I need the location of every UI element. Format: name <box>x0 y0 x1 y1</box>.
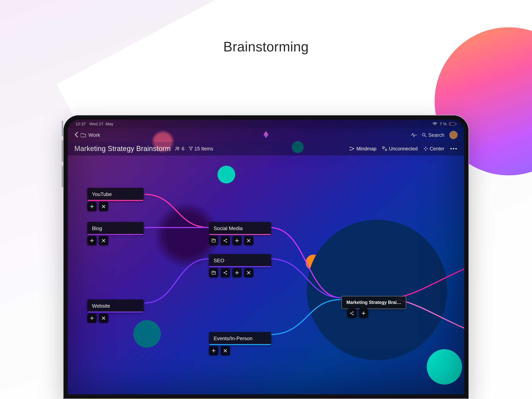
people-icon <box>175 147 180 151</box>
node-root[interactable]: Marketing Strategy Brai… <box>341 296 406 309</box>
status-bar: 12:37 Wed 27. May 7 % <box>68 120 464 128</box>
more-button[interactable]: ••• <box>450 146 458 152</box>
node-close-button[interactable] <box>99 202 108 211</box>
unconnected-icon <box>382 147 387 151</box>
node-seo[interactable]: SEO <box>209 254 271 267</box>
search-label: Search <box>428 132 444 138</box>
node-social-media[interactable]: Social Media <box>209 222 271 235</box>
svg-rect-1 <box>456 123 456 125</box>
wifi-icon <box>432 122 437 126</box>
node-events[interactable]: Events/In-Person <box>209 332 271 345</box>
status-date: Wed 27. May <box>89 122 113 126</box>
svg-point-5 <box>178 147 179 148</box>
svg-rect-2 <box>450 123 450 125</box>
folder-name[interactable]: Work <box>89 132 100 138</box>
battery-icon <box>449 122 456 126</box>
search-button[interactable]: Search <box>422 132 444 138</box>
node-add-button[interactable] <box>87 202 97 211</box>
tablet-side-button <box>62 140 63 162</box>
doc-header: Marketing Strategy Brainstorm 6 15 Items <box>68 142 464 155</box>
node-share-button[interactable] <box>221 236 230 245</box>
node-expand-button[interactable] <box>209 268 218 277</box>
node-add-button[interactable] <box>209 346 218 355</box>
app-nav-bar: Work Search <box>68 128 464 142</box>
node-close-button[interactable] <box>99 236 108 245</box>
folder-icon <box>81 133 86 137</box>
node-blog[interactable]: Blog <box>87 222 144 235</box>
node-share-button[interactable] <box>221 268 230 277</box>
node-add-button[interactable] <box>87 236 97 245</box>
node-youtube[interactable]: YouTube <box>87 188 144 201</box>
node-close-button[interactable] <box>244 268 253 277</box>
node-add-button[interactable] <box>232 268 242 277</box>
center-button[interactable]: Center <box>424 146 444 152</box>
status-time: 12:37 <box>76 122 86 126</box>
svg-rect-10 <box>385 149 387 151</box>
status-battery-percent: 7 % <box>440 122 447 126</box>
app-screen: 12:37 Wed 27. May 7 % <box>68 120 464 394</box>
svg-point-4 <box>176 147 177 148</box>
node-website[interactable]: Website <box>87 299 144 313</box>
node-share-button[interactable] <box>347 309 356 318</box>
page-title: Brainstorming <box>0 39 532 55</box>
svg-point-6 <box>350 147 350 148</box>
doc-title: Marketing Strategy Brainstorm <box>74 145 171 153</box>
node-expand-button[interactable] <box>209 236 218 245</box>
items-count[interactable]: 15 Items <box>189 146 213 152</box>
node-add-button[interactable] <box>359 309 368 318</box>
node-close-button[interactable] <box>221 346 230 355</box>
svg-rect-9 <box>382 147 384 148</box>
view-mindmap-button[interactable]: Mindmap <box>349 146 376 152</box>
app-logo-icon <box>263 131 269 139</box>
back-button[interactable] <box>74 132 78 139</box>
people-count[interactable]: 6 <box>175 146 184 152</box>
tablet-side-button <box>62 121 63 136</box>
mindmap-canvas[interactable]: YouTube Blog <box>68 155 464 394</box>
mindmap-icon <box>349 147 355 151</box>
node-close-button[interactable] <box>99 314 108 323</box>
node-add-button[interactable] <box>232 236 242 245</box>
tablet-side-button <box>62 166 63 187</box>
avatar[interactable] <box>450 131 458 139</box>
center-icon <box>424 147 428 151</box>
node-close-button[interactable] <box>244 236 253 245</box>
svg-point-7 <box>350 150 350 150</box>
activity-icon[interactable] <box>411 133 417 137</box>
filter-icon <box>189 147 193 151</box>
tablet-mockup: 12:37 Wed 27. May 7 % <box>63 115 469 399</box>
view-unconnected-button[interactable]: Unconnected <box>382 146 418 152</box>
node-add-button[interactable] <box>87 314 97 323</box>
svg-point-8 <box>353 148 354 149</box>
